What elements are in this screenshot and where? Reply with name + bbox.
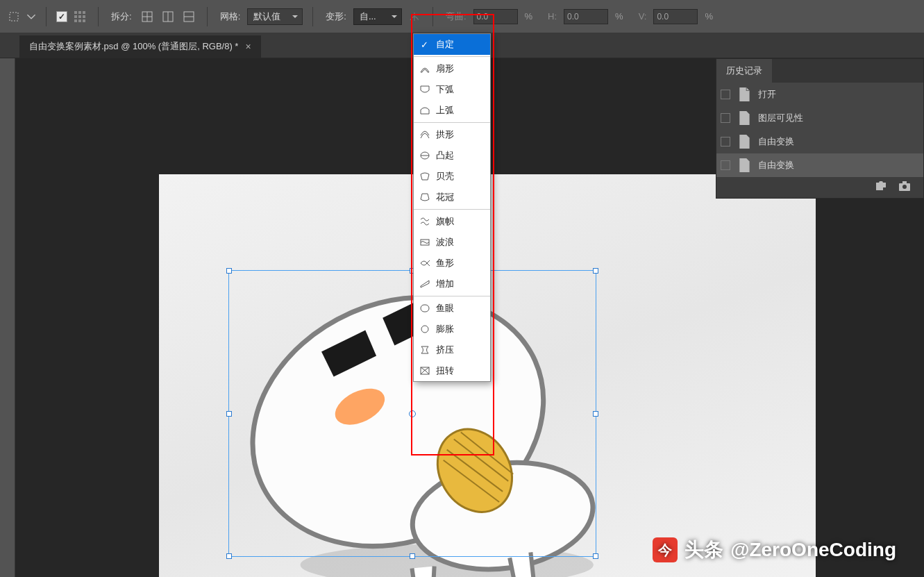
- svg-rect-0: [10, 12, 18, 21]
- warp-item-wave[interactable]: 波浪: [414, 232, 490, 253]
- percent-3: %: [705, 11, 713, 22]
- warp-item-arch[interactable]: 拱形: [414, 124, 490, 145]
- warp-item-shell-lower[interactable]: 贝壳: [414, 166, 490, 187]
- history-visibility-checkbox[interactable]: [721, 137, 730, 147]
- svg-rect-32: [902, 181, 907, 183]
- reference-point-icon[interactable]: [72, 8, 88, 25]
- history-row[interactable]: 自由变换: [716, 153, 923, 177]
- document-icon: [737, 158, 751, 173]
- history-panel-footer: [716, 177, 923, 198]
- bend-label: 弯曲:: [446, 10, 467, 23]
- percent-2: %: [615, 11, 623, 22]
- svg-point-28: [421, 326, 428, 333]
- transform-bounding-box[interactable]: [228, 270, 596, 557]
- svg-rect-27: [421, 305, 429, 312]
- svg-rect-9: [83, 19, 85, 22]
- options-bar: 拆分: 网格: 默认值 变形: 自... 弯曲: % H: % V: %: [0, 0, 924, 33]
- grid-dropdown[interactable]: 默认值: [247, 8, 303, 25]
- option-checkbox[interactable]: [56, 11, 67, 22]
- v-input[interactable]: [653, 9, 698, 24]
- split-label: 拆分:: [111, 10, 132, 23]
- history-visibility-checkbox[interactable]: [721, 113, 730, 123]
- warp-item-custom[interactable]: 自定: [414, 34, 490, 55]
- warp-item-arc-lower[interactable]: 下弧: [414, 79, 490, 100]
- history-row[interactable]: 打开: [716, 83, 923, 106]
- handle-top-left[interactable]: [226, 268, 232, 274]
- history-visibility-checkbox[interactable]: [721, 90, 730, 99]
- handle-bot-mid[interactable]: [410, 553, 415, 559]
- camera-icon[interactable]: [898, 181, 911, 194]
- percent-1: %: [525, 11, 533, 22]
- document-icon: [737, 87, 751, 102]
- warp-item-arc[interactable]: 扇形: [414, 58, 490, 79]
- warp-dropdown[interactable]: 自...: [353, 8, 402, 25]
- history-tab[interactable]: 历史记录: [716, 59, 772, 83]
- split-cross-icon[interactable]: [139, 8, 156, 25]
- svg-rect-8: [78, 19, 81, 22]
- v-label: V:: [639, 11, 647, 22]
- handle-bot-right[interactable]: [593, 553, 598, 559]
- warp-item-shell-upper[interactable]: 花冠: [414, 187, 490, 208]
- history-row[interactable]: 自由变换: [716, 130, 923, 153]
- warp-item-squeeze[interactable]: 挤压: [414, 340, 490, 360]
- grid-label: 网格:: [220, 10, 241, 23]
- handle-bot-left[interactable]: [226, 553, 232, 559]
- close-tab-icon[interactable]: ×: [245, 41, 251, 52]
- svg-rect-3: [83, 11, 85, 14]
- history-row[interactable]: 图层可见性: [716, 106, 923, 130]
- handle-top-right[interactable]: [593, 268, 598, 274]
- svg-rect-5: [78, 15, 81, 18]
- document-icon: [737, 110, 751, 126]
- svg-rect-7: [74, 19, 77, 22]
- dropdown-caret-icon[interactable]: [26, 8, 36, 25]
- handle-mid-left[interactable]: [226, 411, 232, 417]
- document-tab-title: 自由变换案例素材.psd @ 100% (普通图层, RGB/8) *: [29, 40, 238, 53]
- warp-item-bulge[interactable]: 凸起: [414, 145, 490, 166]
- h-input[interactable]: [564, 9, 608, 24]
- reference-center-icon[interactable]: [409, 410, 416, 417]
- warp-item-flag[interactable]: 旗帜: [414, 211, 490, 232]
- svg-rect-2: [78, 11, 81, 14]
- document-icon: [737, 134, 751, 149]
- svg-point-31: [902, 185, 907, 189]
- warp-style-menu: 自定 扇形 下弧 上弧 拱形 凸起 贝壳 花冠 旗帜 波浪 鱼形 增加 鱼眼 膨…: [413, 33, 491, 382]
- svg-rect-4: [74, 15, 77, 18]
- split-horizontal-icon[interactable]: [180, 8, 197, 25]
- new-snapshot-icon[interactable]: [875, 181, 887, 194]
- watermark-text: @ZeroOneCoding: [730, 539, 896, 561]
- bend-input[interactable]: [473, 9, 518, 24]
- history-visibility-checkbox[interactable]: [721, 160, 730, 170]
- transform-tool-icon[interactable]: [6, 8, 22, 25]
- warp-label: 变形:: [326, 10, 346, 23]
- handle-mid-right[interactable]: [593, 411, 598, 417]
- watermark-prefix: 头条: [684, 537, 723, 563]
- split-vertical-icon[interactable]: [160, 8, 176, 25]
- warp-item-rise[interactable]: 增加: [414, 274, 490, 294]
- left-toolbar: [0, 58, 15, 577]
- svg-rect-6: [83, 15, 85, 18]
- document-tab[interactable]: 自由变换案例素材.psd @ 100% (普通图层, RGB/8) * ×: [19, 35, 261, 58]
- h-label: H:: [548, 11, 557, 22]
- svg-rect-1: [74, 11, 77, 14]
- watermark: 今 头条 @ZeroOneCoding: [653, 537, 896, 563]
- history-panel: 历史记录 打开 图层可见性 自由变换 自由变换: [716, 58, 924, 199]
- orientation-icon[interactable]: [406, 8, 423, 25]
- warp-item-twist[interactable]: 扭转: [414, 360, 490, 381]
- warp-item-fisheye[interactable]: 鱼眼: [414, 298, 490, 319]
- warp-item-arc-upper[interactable]: 上弧: [414, 100, 490, 121]
- warp-item-fish[interactable]: 鱼形: [414, 253, 490, 274]
- warp-item-inflate[interactable]: 膨胀: [414, 319, 490, 340]
- watermark-logo-icon: 今: [653, 537, 678, 562]
